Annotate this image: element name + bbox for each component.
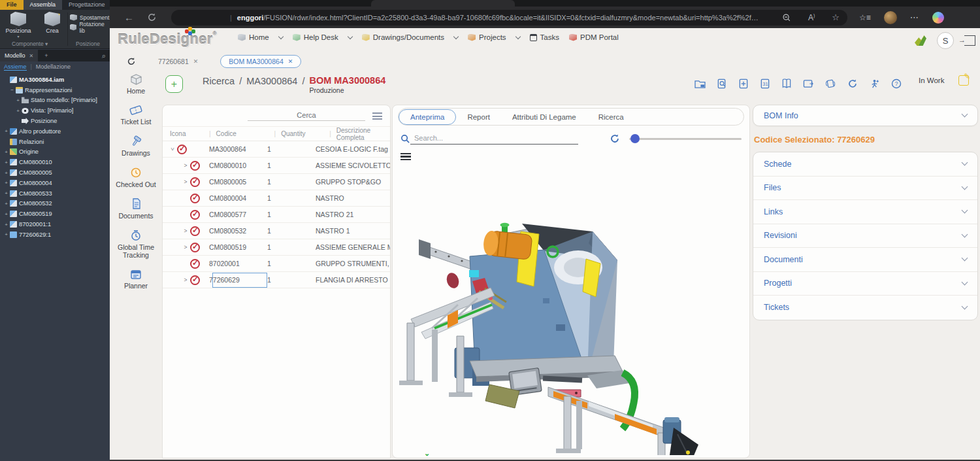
table-row[interactable]: CM08005771NASTRO 21 bbox=[163, 207, 390, 223]
nav-home-caret-icon[interactable] bbox=[278, 33, 283, 39]
favorite-star-icon[interactable]: ☆ bbox=[832, 12, 840, 22]
row-expander-icon[interactable]: > bbox=[183, 162, 188, 169]
zoom-slider[interactable] bbox=[629, 138, 742, 140]
nav-projects-caret-icon[interactable] bbox=[515, 33, 520, 39]
nav-tasks[interactable]: Tasks bbox=[530, 33, 559, 41]
modellazione-subtab[interactable]: Modellazione bbox=[36, 63, 71, 70]
help-icon[interactable]: ? bbox=[891, 78, 902, 89]
row-expander-icon[interactable]: > bbox=[183, 179, 188, 185]
table-row[interactable]: > MA30008641CESOIA E-LOGIC F.tag bbox=[163, 141, 390, 158]
tree-item[interactable]: +CM0800532 bbox=[0, 199, 110, 209]
tree-item[interactable]: +87020001:1 bbox=[0, 219, 110, 230]
breadcrumb-ma3000864[interactable]: MA3000864 bbox=[246, 76, 297, 86]
address-bar[interactable]: | enggori /FUSION/rdwr/index.html?Client… bbox=[171, 10, 847, 26]
row-expander-icon[interactable]: > bbox=[183, 244, 188, 250]
zoom-slider-thumb[interactable] bbox=[630, 134, 640, 143]
modello-close-icon[interactable]: ✕ bbox=[29, 53, 34, 59]
sidenav-global-time-tracking[interactable]: Global Time Tracking bbox=[113, 230, 159, 259]
ruledesigner-logo[interactable]: RuleDesigner® bbox=[118, 31, 217, 52]
browser-tab[interactable] bbox=[371, 0, 515, 7]
tab-close-icon[interactable]: ✕ bbox=[288, 58, 293, 65]
tree-item[interactable]: +Stato modello: [Primario] bbox=[0, 95, 110, 106]
cad-tab-assembla[interactable]: Assembla bbox=[24, 0, 63, 10]
3d-model-viewport[interactable] bbox=[393, 167, 751, 455]
table-row[interactable]: > CM08005191ASSIEME GENERALE M bbox=[163, 239, 390, 256]
tree-item[interactable]: +Vista: [Primario] bbox=[0, 105, 110, 116]
row-expander-icon[interactable]: > bbox=[183, 228, 188, 234]
sidenav-ticket-list[interactable]: Ticket List bbox=[113, 105, 159, 126]
book-icon[interactable] bbox=[781, 78, 792, 89]
sidenav-drawings[interactable]: Drawings bbox=[113, 135, 159, 157]
sidenav-home[interactable]: Home bbox=[113, 74, 159, 95]
sidenav-documents[interactable]: Documents bbox=[113, 198, 159, 220]
assieme-subtab[interactable]: Assieme bbox=[4, 63, 27, 71]
col-icona[interactable]: Icona bbox=[163, 130, 209, 137]
brand-leaf-icon[interactable] bbox=[915, 35, 926, 46]
tab-77260681[interactable]: 77260681✕ bbox=[150, 56, 206, 67]
document-add-icon[interactable] bbox=[738, 78, 749, 89]
browser-back-icon[interactable]: ← bbox=[124, 12, 134, 23]
sidenav-planner[interactable]: Planner bbox=[113, 269, 159, 290]
section-documenti[interactable]: Documenti bbox=[753, 248, 977, 272]
nav-home[interactable]: Home bbox=[238, 33, 269, 41]
table-search-input[interactable] bbox=[248, 111, 365, 121]
tab-ricerca[interactable]: Ricerca bbox=[587, 110, 635, 124]
tab-close-icon[interactable]: ✕ bbox=[193, 58, 199, 65]
cad-tab-progettazione[interactable]: Progettazione bbox=[62, 0, 112, 10]
section-links[interactable]: Links bbox=[753, 200, 977, 224]
add-button[interactable]: + bbox=[165, 75, 183, 93]
row-expander-icon[interactable]: > bbox=[169, 146, 176, 152]
tree-item[interactable]: Relazioni bbox=[0, 137, 110, 147]
col-descrizione[interactable]: Descrizione Completa bbox=[336, 127, 390, 141]
crea-button[interactable]: Crea bbox=[37, 12, 68, 34]
user-avatar[interactable]: S bbox=[937, 32, 954, 49]
table-row-selected[interactable]: > 772606291FLANGIA DI ARRESTO bbox=[163, 272, 390, 288]
copilot-icon[interactable] bbox=[932, 12, 944, 24]
open-folder-icon[interactable] bbox=[694, 79, 706, 89]
table-row[interactable]: > CM08005321NASTRO 1 bbox=[163, 223, 390, 239]
nav-pdm-portal[interactable]: PDM Portal bbox=[569, 33, 619, 41]
tree-item[interactable]: +77260629:1 bbox=[0, 230, 110, 240]
tree-search-icon[interactable]: ⌕ bbox=[102, 52, 106, 60]
bom-info-header[interactable]: BOM Info bbox=[753, 105, 978, 126]
cad-tab-file[interactable]: File bbox=[0, 0, 24, 10]
browser-profile-avatar[interactable] bbox=[884, 11, 897, 24]
nav-projects[interactable]: Projects bbox=[468, 33, 506, 41]
preview-menu-icon[interactable] bbox=[400, 153, 411, 160]
document-search-icon[interactable] bbox=[717, 78, 727, 89]
browser-refresh-icon[interactable] bbox=[147, 12, 157, 22]
tree-item[interactable]: +CM0800010 bbox=[0, 157, 110, 167]
nav-drawings-caret-icon[interactable] bbox=[453, 33, 459, 39]
table-row[interactable]: > CM08000051GRUPPO STOP&GO bbox=[163, 174, 390, 190]
table-row[interactable]: CM08000041NASTRO bbox=[163, 190, 390, 207]
tree-item[interactable]: +CM0800519 bbox=[0, 209, 110, 219]
tree-item[interactable]: +Origine bbox=[0, 147, 110, 158]
modello-panel-tab[interactable]: Modello✕ bbox=[0, 50, 38, 61]
tabs-refresh-icon[interactable] bbox=[127, 57, 136, 66]
table-row[interactable]: 870200011GRUPPO STRUMENTI, bbox=[163, 256, 390, 272]
tab-anteprima[interactable]: Anteprima bbox=[399, 109, 456, 125]
browser-menu-icon[interactable]: ⋯ bbox=[910, 12, 919, 22]
tab-report[interactable]: Report bbox=[456, 110, 501, 124]
preview-refresh-icon[interactable] bbox=[610, 133, 620, 144]
tree-item[interactable]: MA3000864.iam bbox=[0, 75, 110, 85]
sidenav-checked-out[interactable]: Checked Out bbox=[113, 167, 159, 188]
nav-help-desk[interactable]: Help Desk bbox=[293, 33, 338, 41]
section-files[interactable]: Files bbox=[753, 177, 977, 201]
section-tickets[interactable]: Tickets bbox=[753, 296, 977, 320]
col-codice[interactable]: Codice bbox=[216, 130, 274, 137]
group-componente-label[interactable]: Componente ▾ bbox=[12, 41, 48, 47]
zoom-out-icon[interactable] bbox=[782, 13, 791, 22]
tab-bom-ma3000864[interactable]: BOM MA3000864✕ bbox=[220, 55, 301, 68]
tree-item[interactable]: Posizione bbox=[0, 116, 110, 126]
section-schede[interactable]: Schede bbox=[753, 152, 977, 177]
tree-item[interactable]: +Altro produttore bbox=[0, 126, 110, 137]
col-quantity[interactable]: Quantity bbox=[281, 130, 329, 137]
tree-item[interactable]: +CM0800533 bbox=[0, 188, 110, 199]
table-menu-icon[interactable] bbox=[372, 112, 382, 120]
tree-item[interactable]: +CM0800005 bbox=[0, 167, 110, 178]
favorites-bar-icon[interactable]: ☆≡ bbox=[859, 13, 871, 22]
rotate-document-icon[interactable] bbox=[825, 78, 836, 89]
row-expander-icon[interactable]: > bbox=[183, 277, 188, 283]
posiziona-button[interactable]: Posiziona ▾ bbox=[3, 12, 34, 39]
